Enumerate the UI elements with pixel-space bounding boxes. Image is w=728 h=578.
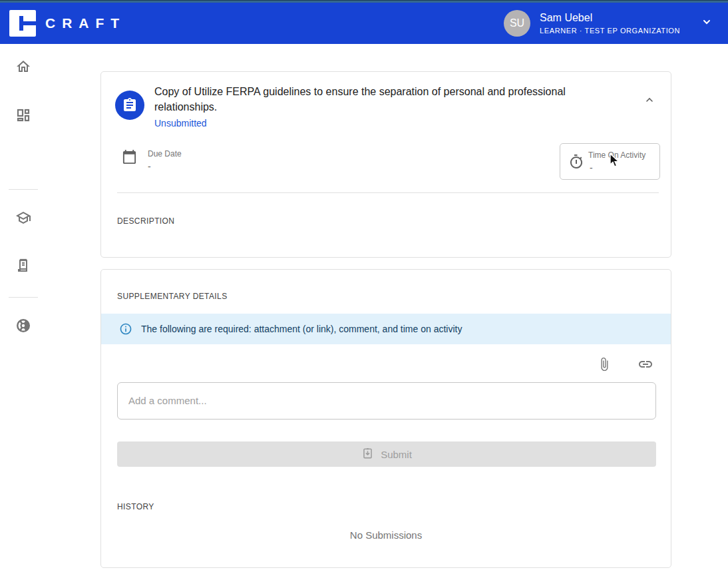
graduation-cap-icon	[15, 210, 31, 228]
requirements-banner: The following are required: attachment (…	[101, 314, 671, 344]
due-date-value: -	[148, 161, 151, 172]
user-name: Sam Uebel	[540, 12, 680, 24]
timer-icon	[568, 154, 584, 172]
time-on-activity-value: -	[590, 162, 593, 173]
assignment-icon	[115, 91, 144, 120]
status-badge: Unsubmitted	[154, 118, 587, 129]
attachment-toolbar	[591, 352, 659, 379]
paperclip-icon	[597, 357, 612, 374]
assignment-card: Copy of Utilize FERPA guidelines to ensu…	[100, 71, 671, 258]
help-wheel-icon	[15, 318, 31, 336]
history-label: HISTORY	[117, 502, 154, 511]
sidebar-divider	[9, 297, 38, 298]
brand[interactable]: CRAFT	[9, 10, 126, 37]
meta-row: Due Date - Time On Activity -	[101, 141, 671, 187]
dashboard-icon	[15, 107, 31, 126]
home-icon	[15, 59, 31, 77]
supplementary-label: SUPPLEMENTARY DETAILS	[117, 292, 228, 301]
assignment-title: Copy of Utilize FERPA guidelines to ensu…	[154, 84, 587, 115]
due-date-label: Due Date	[148, 149, 182, 158]
collapse-button[interactable]	[637, 89, 661, 113]
attach-file-button[interactable]	[591, 352, 618, 379]
submit-label: Submit	[381, 449, 412, 460]
no-submissions-text: No Submissions	[101, 529, 671, 541]
submit-button[interactable]: Submit	[117, 441, 656, 467]
sidebar-divider	[9, 189, 38, 190]
chevron-down-icon	[701, 17, 712, 30]
user-menu[interactable]: SU Sam Uebel LEARNER · TEST EP ORGANIZAT…	[504, 10, 712, 37]
calendar-icon	[122, 149, 137, 167]
link-icon	[637, 356, 653, 375]
time-on-activity-box[interactable]: Time On Activity -	[560, 143, 660, 180]
description-label: DESCRIPTION	[117, 216, 174, 226]
supplementary-card: SUPPLEMENTARY DETAILS The following are …	[100, 269, 671, 568]
sidebar-item-learning[interactable]	[0, 204, 47, 234]
craft-logo-icon	[9, 10, 36, 37]
sidebar-item-records[interactable]	[0, 252, 47, 282]
comment-input[interactable]	[117, 382, 656, 420]
avatar: SU	[504, 10, 530, 37]
user-role-org: LEARNER · TEST EP ORGANIZATION	[540, 27, 680, 35]
chevron-up-icon	[644, 95, 655, 108]
sidebar-item-help[interactable]	[0, 312, 47, 342]
time-on-activity-label: Time On Activity	[588, 150, 645, 160]
requirements-text: The following are required: attachment (…	[141, 324, 462, 334]
brand-wordmark: CRAFT	[45, 15, 126, 31]
sidebar-item-dashboard[interactable]	[0, 102, 47, 131]
divider	[117, 192, 659, 193]
sidebar-item-home[interactable]	[0, 53, 47, 83]
app-header: CRAFT SU Sam Uebel LEARNER · TEST EP ORG…	[0, 3, 728, 44]
sidebar	[0, 44, 47, 578]
submit-clipboard-icon	[361, 447, 374, 461]
add-link-button[interactable]	[632, 352, 659, 379]
receipt-icon	[15, 258, 31, 276]
info-icon	[119, 322, 132, 336]
